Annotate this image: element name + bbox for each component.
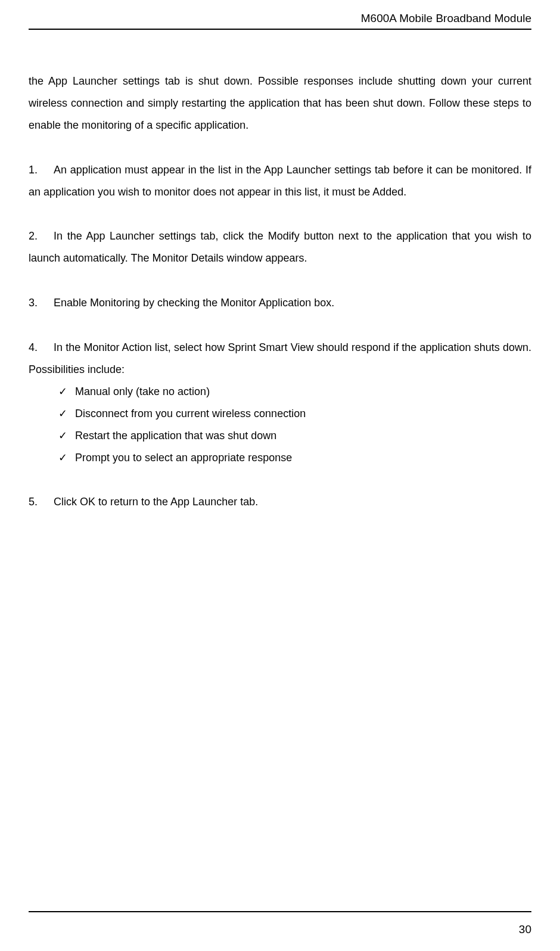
intro-text: the App Launcher settings tab is shut do… bbox=[29, 75, 531, 131]
list-item: Prompt you to select an appropriate resp… bbox=[58, 447, 531, 469]
step-2-text: In the App Launcher settings tab, click … bbox=[29, 230, 531, 264]
page-header: M600A Mobile Broadband Module bbox=[29, 12, 531, 30]
step-5-number: 5. bbox=[29, 491, 54, 513]
page-footer: 30 bbox=[29, 911, 531, 936]
list-item-text: Disconnect from you current wireless con… bbox=[75, 408, 306, 419]
step-3-number: 3. bbox=[29, 292, 54, 314]
step-2: 2.In the App Launcher settings tab, clic… bbox=[29, 225, 531, 269]
list-item: Disconnect from you current wireless con… bbox=[58, 403, 531, 425]
step-1-number: 1. bbox=[29, 159, 54, 181]
list-item-text: Restart the application that was shut do… bbox=[75, 430, 276, 442]
step-4-number: 4. bbox=[29, 337, 54, 359]
document-body: the App Launcher settings tab is shut do… bbox=[29, 70, 531, 513]
step-4: 4.In the Monitor Action list, select how… bbox=[29, 337, 531, 381]
step-1-text: An application must appear in the list i… bbox=[29, 164, 531, 198]
list-item: Manual only (take no action) bbox=[58, 381, 531, 403]
step-5: 5.Click OK to return to the App Launcher… bbox=[29, 491, 531, 513]
step-3: 3.Enable Monitoring by checking the Moni… bbox=[29, 292, 531, 314]
step-3-text: Enable Monitoring by checking the Monito… bbox=[54, 297, 334, 309]
list-item: Restart the application that was shut do… bbox=[58, 425, 531, 447]
step-4-text: In the Monitor Action list, select how S… bbox=[29, 341, 531, 375]
step-1: 1.An application must appear in the list… bbox=[29, 159, 531, 203]
step-5-text: Click OK to return to the App Launcher t… bbox=[54, 496, 258, 508]
step-2-number: 2. bbox=[29, 225, 54, 247]
list-item-text: Manual only (take no action) bbox=[75, 386, 210, 397]
header-title: M600A Mobile Broadband Module bbox=[361, 12, 531, 24]
page-number: 30 bbox=[519, 923, 531, 936]
spacer bbox=[29, 468, 531, 491]
intro-paragraph: the App Launcher settings tab is shut do… bbox=[29, 70, 531, 136]
possibilities-list: Manual only (take no action) Disconnect … bbox=[58, 381, 531, 469]
document-page: M600A Mobile Broadband Module the App La… bbox=[0, 0, 560, 951]
list-item-text: Prompt you to select an appropriate resp… bbox=[75, 452, 292, 464]
